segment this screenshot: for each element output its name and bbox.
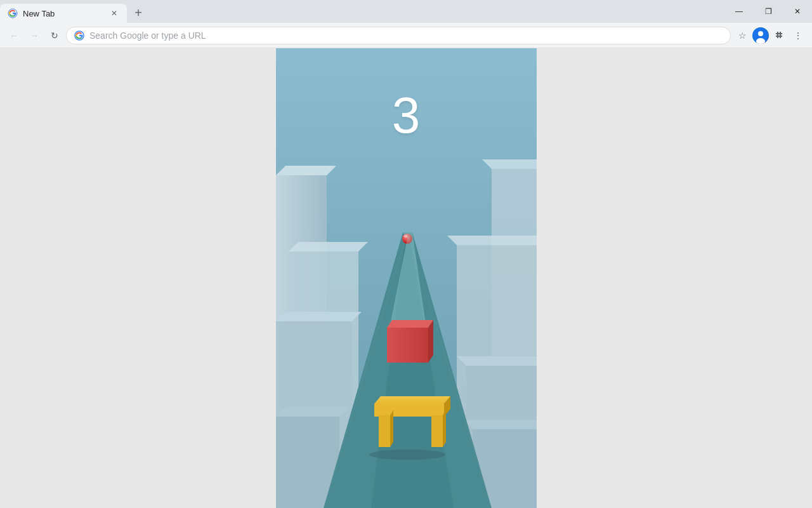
game-score: 3: [392, 86, 421, 145]
chrome-menu-button[interactable]: ⋮: [789, 27, 807, 44]
back-button[interactable]: ←: [5, 27, 23, 44]
tab-favicon: [8, 8, 18, 18]
svg-marker-20: [463, 420, 537, 429]
extensions-button[interactable]: [770, 27, 788, 44]
browser-window: New Tab ✕ + — ❐ ✕ ← → ↻ Search Google: [0, 0, 812, 508]
svg-marker-29: [387, 320, 433, 328]
svg-marker-16: [447, 236, 537, 245]
svg-rect-33: [374, 404, 444, 417]
new-tab-button[interactable]: +: [129, 4, 147, 22]
svg-marker-32: [374, 396, 450, 404]
bookmark-button[interactable]: ☆: [733, 27, 751, 44]
address-bar[interactable]: Search Google or type a URL: [66, 27, 731, 44]
svg-point-39: [369, 450, 445, 460]
browser-toolbar: ← → ↻ Search Google or type a URL ☆: [0, 23, 812, 48]
svg-rect-35: [379, 415, 390, 447]
svg-marker-12: [276, 312, 362, 321]
search-placeholder-text: Search Google or type a URL: [89, 30, 206, 41]
tab-close-button[interactable]: ✕: [109, 8, 119, 18]
svg-marker-18: [457, 356, 537, 366]
close-button[interactable]: ✕: [783, 0, 812, 23]
svg-point-3: [758, 31, 763, 36]
svg-marker-8: [276, 166, 336, 175]
minimize-button[interactable]: —: [724, 0, 754, 23]
forward-button[interactable]: →: [25, 27, 43, 44]
game-container[interactable]: 3: [276, 48, 537, 508]
tab-title: New Tab: [23, 9, 104, 18]
maximize-button[interactable]: ❐: [754, 0, 783, 23]
svg-marker-38: [443, 410, 446, 447]
user-avatar[interactable]: [752, 27, 769, 44]
google-icon: [74, 30, 84, 41]
tab-bar: New Tab ✕ + — ❐ ✕: [0, 0, 812, 23]
reload-button[interactable]: ↻: [46, 27, 63, 44]
browser-tab[interactable]: New Tab ✕: [0, 4, 127, 23]
svg-rect-30: [387, 328, 428, 363]
svg-marker-14: [482, 159, 537, 169]
svg-marker-10: [289, 242, 368, 251]
svg-marker-37: [390, 410, 393, 447]
toolbar-actions: ☆ ⋮: [733, 27, 807, 44]
content-area: 3: [0, 48, 812, 508]
svg-rect-36: [431, 415, 443, 447]
svg-marker-22: [276, 407, 349, 417]
window-controls: — ❐ ✕: [724, 0, 812, 23]
